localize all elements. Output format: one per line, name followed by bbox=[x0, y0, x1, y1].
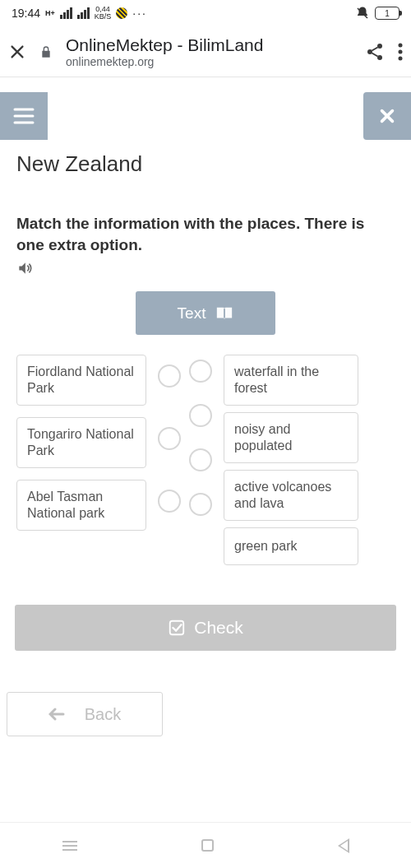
share-icon[interactable] bbox=[365, 42, 385, 62]
check-button[interactable]: Check bbox=[15, 605, 396, 651]
connector-right[interactable] bbox=[189, 360, 212, 383]
battery-icon: 1 bbox=[375, 7, 399, 20]
data-rate: 0,44 KB/S bbox=[95, 6, 112, 21]
page-title: New Zealand bbox=[16, 151, 395, 177]
connector-left[interactable] bbox=[158, 427, 181, 450]
page-tab-title: OnlineMektep - BilimLand bbox=[66, 35, 352, 55]
svg-rect-6 bbox=[170, 621, 184, 635]
match-left-item[interactable]: Fiordland National Park bbox=[16, 355, 146, 406]
book-icon bbox=[215, 305, 233, 322]
page-tab-url: onlinemektep.org bbox=[66, 55, 352, 69]
back-icon[interactable] bbox=[338, 838, 349, 853]
svg-point-5 bbox=[399, 56, 403, 60]
speaker-icon[interactable] bbox=[16, 260, 33, 276]
text-button[interactable]: Text bbox=[136, 291, 275, 335]
instruction-text: Match the information with the places. T… bbox=[16, 213, 395, 276]
home-icon[interactable] bbox=[201, 839, 214, 852]
more-icon[interactable] bbox=[398, 43, 403, 61]
svg-point-0 bbox=[377, 44, 382, 49]
close-icon[interactable] bbox=[8, 43, 26, 61]
connector-right[interactable] bbox=[189, 493, 212, 516]
arrow-left-icon bbox=[48, 708, 65, 721]
carrier-icon bbox=[116, 7, 127, 19]
connector-right[interactable] bbox=[189, 448, 212, 471]
match-left-item[interactable]: Abel Tasman National park bbox=[16, 480, 146, 531]
svg-point-1 bbox=[367, 49, 372, 54]
status-time: 19:44 bbox=[12, 7, 40, 20]
network-type: H+ bbox=[45, 9, 55, 17]
connector-left[interactable] bbox=[158, 490, 181, 513]
device-nav bbox=[0, 822, 411, 868]
status-bar: 19:44 H+ 0,44 KB/S ··· 1 bbox=[0, 0, 411, 26]
back-button-label: Back bbox=[85, 705, 121, 724]
svg-point-4 bbox=[399, 49, 403, 53]
close-button[interactable] bbox=[363, 92, 411, 140]
back-button[interactable]: Back bbox=[7, 692, 163, 736]
more-status-icon: ··· bbox=[132, 7, 147, 20]
app-bar bbox=[0, 77, 411, 155]
menu-button[interactable] bbox=[0, 92, 48, 140]
lock-icon bbox=[39, 44, 53, 59]
match-right-item[interactable]: green park bbox=[224, 527, 358, 565]
mute-icon bbox=[355, 6, 370, 21]
recent-apps-icon[interactable] bbox=[62, 841, 77, 851]
text-button-label: Text bbox=[178, 304, 206, 323]
svg-point-2 bbox=[377, 55, 382, 60]
check-icon bbox=[168, 619, 186, 637]
signal-bars-icon-2 bbox=[77, 7, 90, 19]
match-left-item[interactable]: Tongariro National Park bbox=[16, 417, 146, 468]
url-block[interactable]: OnlineMektep - BilimLand onlinemektep.or… bbox=[66, 35, 352, 69]
browser-bar: OnlineMektep - BilimLand onlinemektep.or… bbox=[0, 26, 411, 77]
match-right-item[interactable]: waterfall in the forest bbox=[224, 355, 358, 406]
connector-right[interactable] bbox=[189, 404, 212, 427]
match-right-item[interactable]: active volcanoes and lava bbox=[224, 470, 358, 521]
match-right-item[interactable]: noisy and populated bbox=[224, 412, 358, 463]
match-area: Fiordland National Park Tongariro Nation… bbox=[16, 355, 395, 565]
connector-left[interactable] bbox=[158, 364, 181, 388]
check-button-label: Check bbox=[194, 618, 243, 638]
svg-point-3 bbox=[399, 43, 403, 47]
signal-bars-icon bbox=[60, 7, 72, 19]
